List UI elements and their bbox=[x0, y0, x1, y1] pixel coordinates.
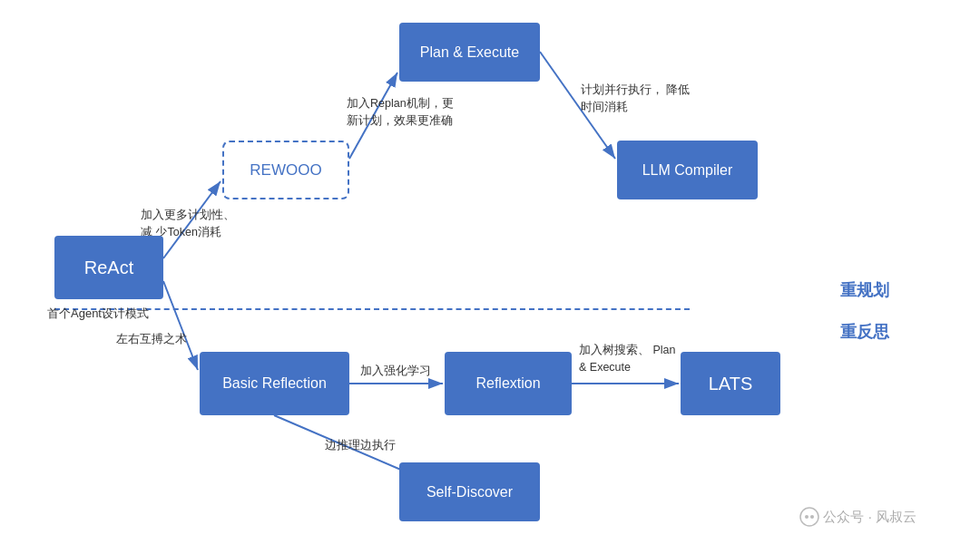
divider-line bbox=[54, 308, 690, 310]
node-lats: LATS bbox=[681, 352, 780, 415]
node-llm-compiler: LLM Compiler bbox=[617, 141, 758, 199]
react-to-basic-label: 左右互搏之术 bbox=[116, 331, 187, 348]
node-self-discover-label: Self-Discover bbox=[426, 484, 513, 501]
plan-to-llm-label: 计划并行执行， 降低时间消耗 bbox=[581, 82, 699, 116]
node-reflextion: Reflextion bbox=[445, 352, 572, 415]
watermark: 公众号 · 风叔云 bbox=[799, 507, 916, 527]
node-plan-execute: Plan & Execute bbox=[399, 23, 540, 82]
node-lats-label: LATS bbox=[709, 374, 753, 394]
react-desc-label: 首个Agent设计模式 bbox=[47, 305, 149, 323]
node-react: ReAct bbox=[54, 236, 163, 299]
svg-line-5 bbox=[163, 281, 198, 370]
node-basic-reflection: Basic Reflection bbox=[200, 352, 349, 415]
node-self-discover: Self-Discover bbox=[399, 462, 540, 521]
node-reflextion-label: Reflextion bbox=[475, 375, 540, 392]
svg-point-10 bbox=[805, 515, 808, 519]
svg-point-9 bbox=[800, 508, 818, 526]
watermark-text: 公众号 · 风叔云 bbox=[823, 509, 916, 526]
rewooo-to-plan-label: 加入Replan机制，更 新计划，效果更准确 bbox=[347, 95, 465, 130]
rethink-label: 重反思 bbox=[840, 321, 889, 343]
svg-point-11 bbox=[810, 515, 814, 519]
reflextion-to-lats-label: 加入树搜索、 Plan & Execute bbox=[579, 342, 683, 376]
node-basic-reflection-label: Basic Reflection bbox=[222, 375, 327, 392]
replan-label: 重规划 bbox=[840, 279, 889, 301]
node-react-label: ReAct bbox=[84, 258, 133, 278]
diagram-container: 重规划 重反思 ReAct 首个Agent设计模式 REWOOO Plan & … bbox=[0, 0, 980, 554]
node-rewooo: REWOOO bbox=[222, 141, 349, 199]
wechat-icon bbox=[799, 507, 819, 527]
node-llm-compiler-label: LLM Compiler bbox=[642, 162, 733, 179]
node-plan-execute-label: Plan & Execute bbox=[420, 44, 519, 61]
basic-to-reflextion-label: 加入强化学习 bbox=[360, 363, 431, 380]
node-rewooo-label: REWOOO bbox=[250, 161, 321, 180]
basic-to-self-label: 边推理边执行 bbox=[325, 437, 396, 454]
